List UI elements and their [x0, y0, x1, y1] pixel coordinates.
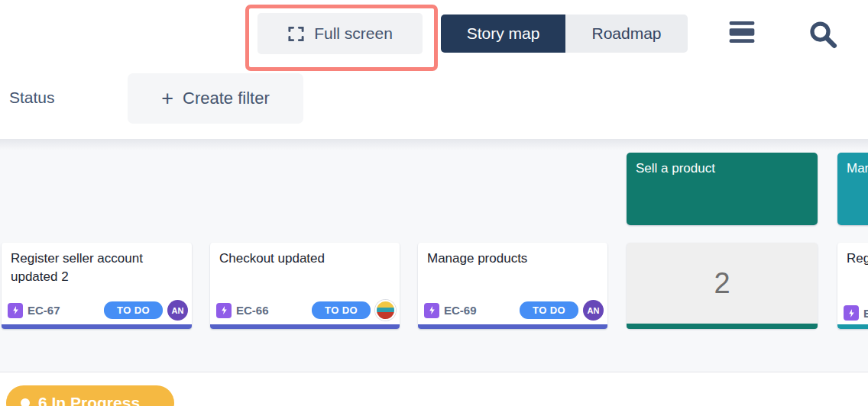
fullscreen-icon [287, 25, 305, 43]
sprint-lane-header[interactable]: 6 In Progress [6, 385, 174, 406]
collapsed-count-card[interactable]: 2 [627, 243, 818, 329]
robot-avatar[interactable] [375, 300, 396, 321]
issue-key: EC-66 [236, 304, 269, 317]
story-bolt-icon [8, 303, 23, 318]
status-badge[interactable]: TO DO [520, 301, 578, 319]
epic-card-partial[interactable]: Mana [837, 153, 868, 225]
sprint-lane-label: 6 In Progress [38, 394, 140, 406]
bullet-dot-icon [21, 398, 30, 406]
epic-title: Sell a product [636, 161, 715, 176]
fullscreen-button-label: Full screen [314, 24, 393, 43]
collapsed-story-count: 2 [714, 267, 730, 304]
search-icon[interactable] [807, 18, 839, 50]
avatar[interactable]: AN [583, 300, 604, 321]
story-map-app: Full screen Story map Roadmap Stat [0, 0, 868, 406]
rows-icon[interactable] [729, 21, 755, 43]
story-card-footer: EC-66 TO DO [216, 300, 396, 321]
story-card-ec-66[interactable]: Checkout updated EC-66 TO DO [210, 243, 400, 329]
status-field-label: Status [9, 89, 55, 107]
sprint-lane-section: 6 In Progress [0, 373, 868, 406]
story-title: Checkout updated [210, 243, 400, 268]
story-card-partial[interactable]: Regis EC- [837, 243, 868, 329]
issue-key: EC-67 [28, 304, 60, 317]
epic-card-sell-a-product[interactable]: Sell a product [627, 153, 818, 225]
story-card-ec-69[interactable]: Manage products EC-69 TO DO AN [418, 243, 607, 329]
tab-story-map-label: Story map [467, 24, 540, 43]
view-toggle: Story map Roadmap [441, 14, 688, 53]
epic-color-strip [2, 324, 192, 329]
tab-roadmap[interactable]: Roadmap [565, 14, 688, 53]
story-bolt-icon [844, 305, 859, 321]
story-card-ec-67[interactable]: Register seller account updated 2 EC-67 … [2, 243, 192, 329]
epic-color-strip [418, 324, 607, 329]
story-bolt-icon [424, 303, 439, 318]
avatar[interactable]: AN [167, 300, 188, 321]
epic-color-strip [210, 324, 400, 329]
story-card-footer: EC-67 TO DO AN [8, 300, 188, 321]
tab-story-map[interactable]: Story map [441, 14, 565, 53]
story-card-footer: EC-69 TO DO AN [424, 300, 604, 321]
epic-title: Mana [847, 161, 868, 176]
tab-roadmap-label: Roadmap [591, 24, 661, 43]
story-title: Regis [837, 243, 868, 268]
story-title: Manage products [418, 243, 607, 268]
plus-icon: + [161, 89, 173, 109]
header: Full screen Story map Roadmap Stat [0, 0, 868, 139]
story-map-board: Sell a product Mana Register seller acco… [0, 139, 868, 372]
status-badge[interactable]: TO DO [104, 301, 163, 319]
fullscreen-button[interactable]: Full screen [257, 13, 423, 54]
create-filter-button[interactable]: + Create filter [128, 73, 303, 124]
epic-color-strip [627, 324, 818, 329]
status-badge[interactable]: TO DO [312, 301, 371, 319]
epic-color-strip [837, 324, 868, 329]
issue-key: EC- [863, 307, 868, 320]
create-filter-label: Create filter [183, 89, 270, 108]
story-card-footer: EC- [844, 305, 868, 321]
issue-key: EC-69 [444, 304, 477, 317]
story-title: Register seller account updated 2 [2, 243, 192, 286]
story-bolt-icon [216, 303, 232, 318]
